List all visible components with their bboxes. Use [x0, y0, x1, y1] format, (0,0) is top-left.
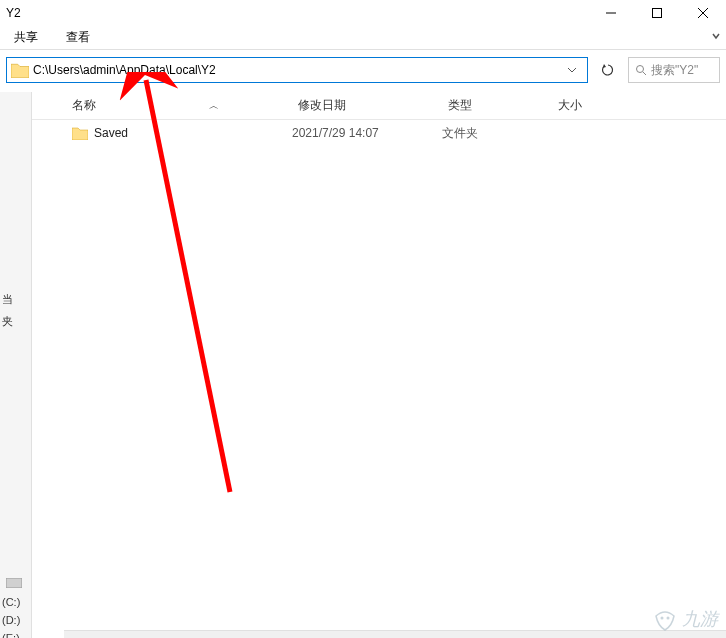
- window-title: Y2: [6, 6, 21, 20]
- svg-line-6: [643, 72, 646, 75]
- tab-share[interactable]: 共享: [0, 26, 52, 50]
- svg-marker-4: [603, 64, 607, 68]
- nav-sidebar: 当 夹 (C:) (D:) (E:): [0, 92, 32, 638]
- titlebar: Y2: [0, 0, 726, 26]
- file-date: 2021/7/29 14:07: [292, 126, 442, 140]
- col-name[interactable]: 名称 ︿: [32, 97, 292, 114]
- folder-icon: [11, 61, 29, 79]
- drive-d[interactable]: (D:): [2, 614, 20, 626]
- ribbon-expand-icon[interactable]: [706, 22, 726, 50]
- address-dropdown-icon[interactable]: [561, 67, 583, 73]
- watermark: 九游: [652, 606, 718, 632]
- sidebar-label-2: 夹: [2, 314, 13, 329]
- watermark-logo-icon: [652, 606, 678, 632]
- svg-point-10: [667, 617, 670, 620]
- svg-rect-1: [653, 9, 662, 18]
- search-placeholder: 搜索"Y2": [651, 62, 698, 79]
- ribbon-tabs: 共享 查看: [0, 26, 726, 50]
- address-bar[interactable]: [6, 57, 588, 83]
- tab-view[interactable]: 查看: [52, 26, 104, 50]
- search-box[interactable]: 搜索"Y2": [628, 57, 720, 83]
- horizontal-scrollbar[interactable]: [64, 630, 726, 638]
- file-type: 文件夹: [442, 125, 552, 142]
- column-headers: 名称 ︿ 修改日期 类型 大小: [32, 92, 726, 120]
- drive-icon: [6, 578, 22, 590]
- sort-caret-icon: ︿: [209, 100, 219, 111]
- minimize-button[interactable]: [588, 0, 634, 26]
- file-list-pane: 名称 ︿ 修改日期 类型 大小 Saved 2021/7/29 14:07 文件…: [32, 92, 726, 638]
- drive-e[interactable]: (E:): [2, 632, 20, 638]
- search-icon: [635, 64, 647, 76]
- refresh-button[interactable]: [594, 57, 622, 83]
- col-date[interactable]: 修改日期: [292, 97, 442, 114]
- folder-icon: [72, 126, 88, 140]
- file-row[interactable]: Saved 2021/7/29 14:07 文件夹: [32, 120, 726, 146]
- svg-point-9: [661, 617, 664, 620]
- sidebar-label-1: 当: [2, 292, 13, 307]
- col-size[interactable]: 大小: [552, 97, 632, 114]
- maximize-button[interactable]: [634, 0, 680, 26]
- svg-rect-7: [6, 578, 22, 588]
- col-type[interactable]: 类型: [442, 97, 552, 114]
- file-name: Saved: [94, 126, 128, 140]
- watermark-text: 九游: [682, 607, 718, 631]
- svg-point-5: [637, 66, 644, 73]
- drive-c[interactable]: (C:): [2, 596, 20, 608]
- address-input[interactable]: [33, 63, 561, 77]
